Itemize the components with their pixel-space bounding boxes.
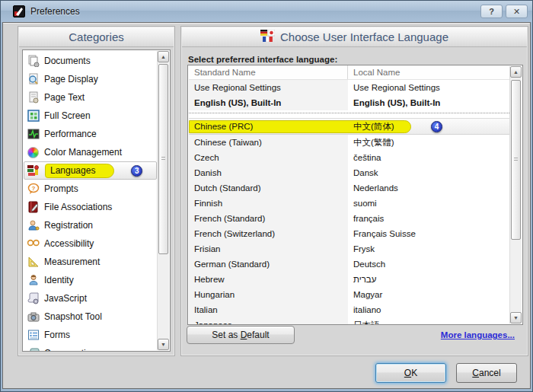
sidebar-item-label: Forms — [44, 330, 70, 340]
full-screen-icon — [27, 110, 40, 123]
cell-local-name: Nederlands — [348, 183, 509, 193]
cell-local-name: English (US), Built-In — [348, 98, 509, 107]
cell-standard-name: German (Standard) — [189, 257, 348, 272]
table-row[interactable]: Frisian Frysk — [189, 241, 509, 257]
sidebar-item-label: Full Screen — [44, 110, 91, 121]
table-row[interactable]: Hungarian Magyar — [189, 287, 509, 302]
scroll-up-arrow-icon[interactable]: ▲ — [510, 66, 522, 78]
table-scrollbar[interactable]: ▲ ▼ — [509, 66, 522, 323]
cell-standard-name: Japanese — [189, 317, 348, 324]
sidebar-item-label: Page Display — [44, 74, 98, 84]
sidebar-item-prompts[interactable]: ? Prompts — [24, 180, 157, 198]
sidebar-item-full-screen[interactable]: Full Screen — [24, 107, 157, 125]
step-4-badge: 4 — [431, 121, 442, 132]
table-row-clipped[interactable]: Japanese 日本語 — [189, 317, 509, 324]
table-row[interactable]: Chinese (Taiwan) 中文(繁體) — [189, 135, 509, 150]
cancel-button[interactable]: Cancel — [456, 363, 517, 383]
cell-local-name: italiano — [348, 305, 509, 314]
sidebar-item-page-text[interactable]: Page Text — [24, 88, 157, 107]
person-key-icon — [27, 219, 40, 232]
help-button[interactable]: ? — [480, 5, 503, 18]
sidebar-item-page-display[interactable]: Page Display — [24, 70, 157, 88]
sidebar-item-label: Measurement — [44, 257, 100, 267]
cell-standard-name: Hungarian — [189, 287, 348, 302]
sidebar-item-registration[interactable]: Registration — [24, 216, 157, 234]
table-row[interactable]: Use Regional Settings Use Regional Setti… — [189, 80, 509, 95]
table-row[interactable]: Dutch (Standard) Nederlands — [189, 180, 509, 196]
scrollbar-thumb[interactable] — [511, 80, 521, 240]
sidebar-item-javascript[interactable]: JavaScript — [24, 289, 157, 308]
close-button[interactable]: ✕ — [506, 5, 528, 18]
form-lines-icon — [27, 329, 40, 342]
ok-button[interactable]: OK — [375, 363, 446, 383]
cell-local-name: 中文(繁體) — [348, 137, 509, 148]
preferences-dialog: Preferences ? ✕ Categories Documents Pag… — [0, 0, 533, 392]
table-row[interactable]: German (Standard) Deutsch — [189, 257, 509, 272]
cell-standard-name: Chinese (PRC) — [189, 119, 348, 134]
scrollbar-thumb[interactable] — [158, 64, 168, 254]
sidebar-item-label: Accessibility — [44, 238, 94, 249]
cell-local-name: suomi — [348, 199, 509, 208]
cell-standard-name: French (Switzerland) — [189, 226, 348, 241]
comment-bubbles-icon — [27, 347, 40, 352]
cell-standard-name: Finnish — [189, 196, 348, 211]
table-row[interactable]: Italian italiano — [189, 302, 509, 317]
sidebar-item-commenting[interactable]: Commenting — [24, 344, 157, 351]
sidebar-item-documents[interactable]: Documents — [24, 52, 157, 70]
page-text-icon — [27, 91, 40, 104]
cell-standard-name: Danish — [189, 165, 348, 180]
sidebar-item-file-associations[interactable]: File Associations — [24, 198, 157, 216]
table-row[interactable]: Czech čeština — [189, 150, 509, 165]
book-pencil-icon — [27, 201, 40, 214]
window-title: Preferences — [30, 6, 80, 17]
sidebar-item-languages[interactable]: Languages 3 — [24, 161, 157, 180]
table-row[interactable]: Hebrew עברית — [189, 272, 509, 287]
app-icon — [13, 5, 25, 18]
cell-standard-name: Hebrew — [189, 272, 348, 287]
column-header-local-name[interactable]: Local Name — [348, 65, 400, 79]
more-languages-link[interactable]: More languages... — [441, 330, 515, 339]
language-panel-header: Choose User Interface Language — [182, 27, 527, 47]
sidebar-item-label: Prompts — [44, 183, 78, 194]
sidebar-item-label: File Associations — [44, 202, 112, 212]
set-as-default-button[interactable]: Set as Default — [187, 326, 295, 344]
flags-icon — [260, 30, 275, 44]
documents-icon — [27, 55, 40, 68]
sidebar-item-accessibility[interactable]: Accessibility — [24, 234, 157, 253]
table-row[interactable]: French (Switzerland) Français Suisse — [189, 226, 509, 241]
sidebar-item-forms[interactable]: Forms — [24, 326, 157, 344]
performance-icon — [27, 128, 40, 141]
column-header-standard-name[interactable]: Standard Name — [189, 65, 348, 79]
cell-standard-name: English (US), Built-In — [189, 95, 348, 110]
sidebar-item-label: Performance — [44, 129, 97, 139]
table-row[interactable]: English (US), Built-In English (US), Bui… — [189, 95, 509, 110]
sidebar-item-snapshot-tool[interactable]: Snapshot Tool — [24, 308, 157, 326]
table-row[interactable]: Finnish suomi — [189, 196, 509, 211]
table-row[interactable]: French (Standard) français — [189, 211, 509, 226]
sidebar-item-performance[interactable]: Performance — [24, 125, 157, 143]
sidebar-item-identity[interactable]: Identity — [24, 271, 157, 289]
cell-standard-name: French (Standard) — [189, 211, 348, 226]
glasses-icon — [27, 237, 40, 250]
flags-icon — [27, 164, 40, 177]
cell-local-name: Dansk — [348, 168, 509, 177]
categories-list: Documents Page Display Page Text Full Sc… — [22, 49, 171, 352]
cell-local-name: עברית — [348, 275, 509, 284]
sidebar-item-measurement[interactable]: Measurement — [24, 253, 157, 271]
scroll-down-arrow-icon[interactable]: ▼ — [510, 312, 522, 323]
categories-scrollbar[interactable]: ▲ ▼ — [157, 51, 169, 350]
scroll-down-arrow-icon[interactable]: ▼ — [158, 339, 169, 350]
color-wheel-icon — [27, 146, 40, 159]
categories-header: Categories — [19, 27, 174, 47]
cell-local-name: Frysk — [348, 244, 509, 253]
sidebar-item-label: Identity — [44, 275, 74, 285]
sidebar-item-color-management[interactable]: Color Management — [24, 143, 157, 161]
cell-standard-name: Chinese (Taiwan) — [189, 135, 348, 150]
scroll-up-arrow-icon[interactable]: ▲ — [158, 51, 169, 62]
table-row[interactable]: Danish Dansk — [189, 165, 509, 180]
scroll-gear-icon — [27, 292, 40, 305]
table-row-selected[interactable]: Chinese (PRC) 中文(简体) 4 — [189, 118, 509, 135]
speech-question-icon: ? — [27, 183, 40, 196]
cell-local-name: čeština — [348, 153, 509, 162]
title-bar[interactable]: Preferences ? ✕ — [1, 1, 532, 22]
